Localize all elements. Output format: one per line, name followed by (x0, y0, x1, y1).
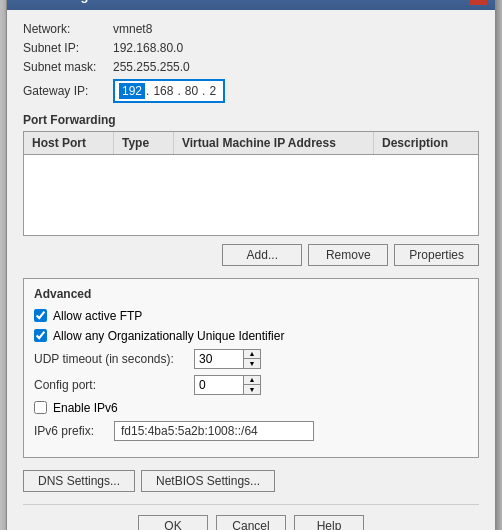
config-port-up-arrow[interactable]: ▲ (244, 376, 260, 385)
oui-label: Allow any Organizationally Unique Identi… (53, 329, 284, 343)
ftp-row: Allow active FTP (34, 309, 468, 323)
udp-timeout-row: UDP timeout (in seconds): ▲ ▼ (34, 349, 468, 369)
help-button[interactable]: Help (294, 515, 364, 531)
cancel-button[interactable]: Cancel (216, 515, 286, 531)
gateway-ip-input[interactable]: 192 . 168 . 80 . 2 (113, 79, 225, 103)
oui-checkbox[interactable] (34, 329, 47, 342)
port-forwarding-title: Port Forwarding (23, 113, 479, 127)
subnet-ip-label: Subnet IP: (23, 41, 113, 55)
network-value: vmnet8 (113, 22, 152, 36)
gateway-seg4: 2 (206, 83, 219, 99)
advanced-title: Advanced (34, 287, 468, 301)
subnet-ip-value: 192.168.80.0 (113, 41, 183, 55)
ipv6-prefix-input[interactable] (114, 421, 314, 441)
ipv6-label: Enable IPv6 (53, 401, 118, 415)
config-port-spinner: ▲ ▼ (194, 375, 261, 395)
remove-button[interactable]: Remove (308, 244, 388, 266)
ok-button[interactable]: OK (138, 515, 208, 531)
subnet-ip-row: Subnet IP: 192.168.80.0 (23, 41, 479, 55)
ipv6-prefix-label: IPv6 prefix: (34, 424, 114, 438)
gateway-seg2: 168 (150, 83, 176, 99)
bottom-buttons-row: DNS Settings... NetBIOS Settings... (23, 470, 479, 492)
divider (23, 504, 479, 505)
window-title: NAT Settings (15, 0, 96, 3)
ftp-checkbox[interactable] (34, 309, 47, 322)
subnet-mask-row: Subnet mask: 255.255.255.0 (23, 60, 479, 74)
table-buttons: Add... Remove Properties (23, 244, 479, 266)
network-row: Network: vmnet8 (23, 22, 479, 36)
udp-timeout-input[interactable] (194, 349, 244, 369)
properties-button[interactable]: Properties (394, 244, 479, 266)
config-port-down-arrow[interactable]: ▼ (244, 385, 260, 394)
col-type: Type (114, 132, 174, 154)
close-button[interactable]: ✕ (469, 0, 487, 5)
netbios-settings-button[interactable]: NetBIOS Settings... (141, 470, 275, 492)
window-content: Network: vmnet8 Subnet IP: 192.168.80.0 … (7, 10, 495, 531)
config-port-row: Config port: ▲ ▼ (34, 375, 468, 395)
gateway-seg3: 80 (182, 83, 201, 99)
col-host-port: Host Port (24, 132, 114, 154)
ipv6-row: Enable IPv6 (34, 401, 468, 415)
port-forwarding-table: Host Port Type Virtual Machine IP Addres… (23, 131, 479, 236)
ok-cancel-row: OK Cancel Help (23, 515, 479, 531)
network-label: Network: (23, 22, 113, 36)
gateway-ip-label: Gateway IP: (23, 84, 113, 98)
udp-up-arrow[interactable]: ▲ (244, 350, 260, 359)
config-port-label: Config port: (34, 378, 194, 392)
col-vm-ip: Virtual Machine IP Address (174, 132, 374, 154)
gateway-seg1: 192 (119, 83, 145, 99)
config-port-input[interactable] (194, 375, 244, 395)
udp-timeout-label: UDP timeout (in seconds): (34, 352, 194, 366)
subnet-mask-label: Subnet mask: (23, 60, 113, 74)
gateway-ip-row: Gateway IP: 192 . 168 . 80 . 2 (23, 79, 479, 103)
title-bar: NAT Settings ✕ (7, 0, 495, 10)
ftp-label: Allow active FTP (53, 309, 142, 323)
nat-settings-window: NAT Settings ✕ Network: vmnet8 Subnet IP… (6, 0, 496, 530)
add-button[interactable]: Add... (222, 244, 302, 266)
ipv6-checkbox[interactable] (34, 401, 47, 414)
dns-settings-button[interactable]: DNS Settings... (23, 470, 135, 492)
udp-down-arrow[interactable]: ▼ (244, 359, 260, 368)
subnet-mask-value: 255.255.255.0 (113, 60, 190, 74)
table-body[interactable] (24, 155, 478, 235)
table-header: Host Port Type Virtual Machine IP Addres… (24, 132, 478, 155)
udp-spinner: ▲ ▼ (194, 349, 261, 369)
ipv6-prefix-row: IPv6 prefix: (34, 421, 468, 441)
advanced-section: Advanced Allow active FTP Allow any Orga… (23, 278, 479, 458)
col-description: Description (374, 132, 478, 154)
oui-row: Allow any Organizationally Unique Identi… (34, 329, 468, 343)
